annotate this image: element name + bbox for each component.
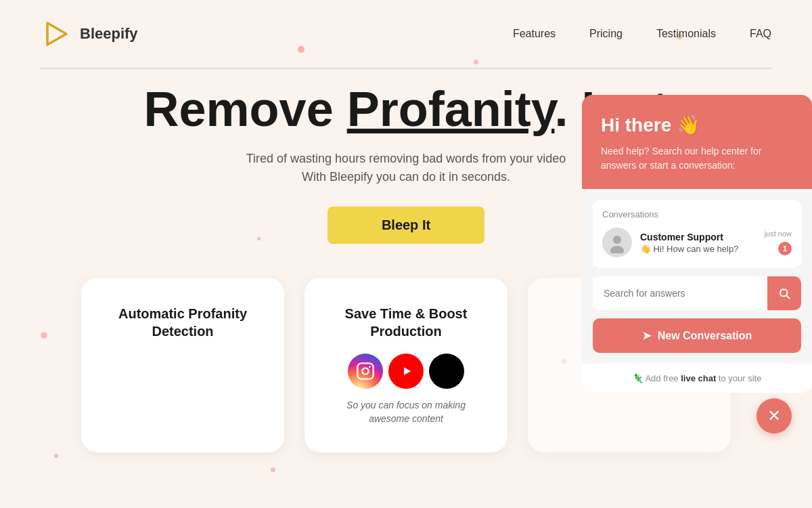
search-icon <box>778 287 790 299</box>
conversation-badge: 1 <box>778 242 792 255</box>
card-subtitle: So you can focus on makingawesome conten… <box>325 399 487 425</box>
svg-point-2 <box>362 368 368 375</box>
nav-link-pricing[interactable]: Pricing <box>589 28 623 40</box>
search-button[interactable] <box>767 276 801 310</box>
close-icon: ✕ <box>767 406 781 425</box>
search-bar <box>593 276 801 310</box>
card-title: Automatic ProfanityDetection <box>102 305 264 340</box>
nav-link-features[interactable]: Features <box>513 28 556 40</box>
conversation-info: Customer Support 👋 Hi! How can we help? <box>640 232 757 254</box>
card-save-time: Save Time & BoostProduction ♪ So yo <box>304 278 508 452</box>
chat-header: Hi there 👋 Need help? Search our help ce… <box>582 95 812 189</box>
chat-header-subtitle: Need help? Search our help center for an… <box>601 144 793 173</box>
tiktok-icon: ♪ <box>429 354 464 389</box>
chat-footer: 🦎 Add free live chat to your site <box>582 364 812 393</box>
card-automatic-profanity: Automatic ProfanityDetection <box>81 278 284 452</box>
card-title: Save Time & BoostProduction <box>325 305 487 340</box>
svg-point-6 <box>610 246 624 253</box>
youtube-icon <box>388 354 424 389</box>
chat-header-title: Hi there 👋 <box>601 114 793 136</box>
close-button[interactable]: ✕ <box>757 398 792 433</box>
footer-link[interactable]: live chat <box>681 373 716 383</box>
svg-line-8 <box>786 295 789 298</box>
card-social-icons: ♪ <box>325 354 487 389</box>
dot-decor <box>271 467 275 472</box>
nav-link-faq[interactable]: FAQ <box>750 28 771 40</box>
logo-text: Bleepify <box>80 25 138 43</box>
svg-marker-4 <box>404 367 411 375</box>
svg-rect-1 <box>357 364 373 379</box>
logo-icon <box>41 18 73 50</box>
agent-name: Customer Support <box>640 232 757 242</box>
logo[interactable]: Bleepify <box>41 18 138 50</box>
conversations-label: Conversations <box>602 209 792 219</box>
svg-point-5 <box>613 236 621 244</box>
instagram-icon <box>348 354 383 389</box>
nav-link-testimonials[interactable]: Testimonials <box>656 28 716 40</box>
navbar: Bleepify Features Pricing Testimonials F… <box>0 0 812 68</box>
chat-body: Conversations Customer Support 👋 Hi! How… <box>582 189 812 364</box>
new-conversation-button[interactable]: ➤ New Conversation <box>593 318 801 353</box>
footer-text-suffix: to your site <box>716 373 761 383</box>
conversation-meta: just now 1 <box>765 230 792 255</box>
dot-decor <box>54 454 58 458</box>
footer-text-prefix: 🦎 Add free <box>633 373 681 383</box>
nav-links: Features Pricing Testimonials FAQ <box>513 28 771 40</box>
conversation-time: just now <box>765 230 792 238</box>
avatar <box>602 228 632 257</box>
svg-marker-0 <box>47 23 66 45</box>
new-conversation-label: New Conversation <box>658 330 752 342</box>
conversations-section: Conversations Customer Support 👋 Hi! How… <box>593 200 801 268</box>
bleep-it-button[interactable]: Bleep It <box>328 207 484 244</box>
svg-point-3 <box>369 366 371 368</box>
send-icon: ➤ <box>642 329 651 342</box>
search-input[interactable] <box>593 278 767 308</box>
chat-widget: Hi there 👋 Need help? Search our help ce… <box>582 95 812 393</box>
agent-preview: 👋 Hi! How can we help? <box>640 244 757 254</box>
conversation-item[interactable]: Customer Support 👋 Hi! How can we help? … <box>602 228 792 264</box>
